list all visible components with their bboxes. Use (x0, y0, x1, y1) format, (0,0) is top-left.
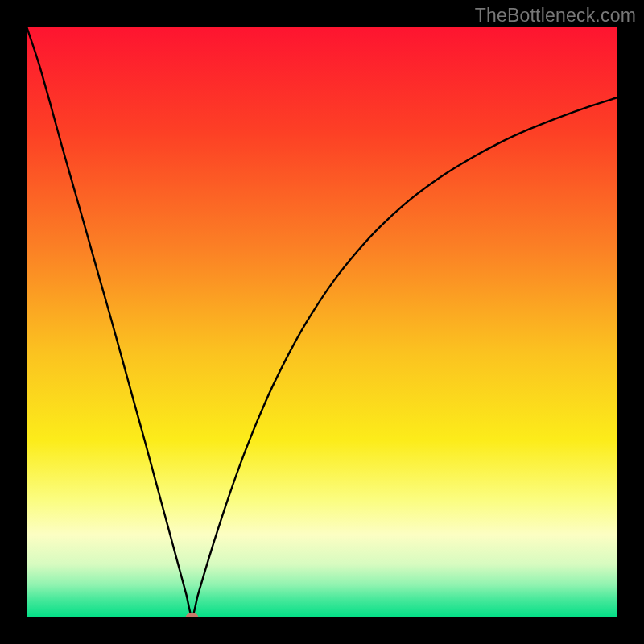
chart-background (27, 27, 617, 617)
chart-frame: TheBottleneck.com (0, 0, 644, 644)
chart-plot-area (27, 27, 617, 617)
chart-svg (27, 27, 617, 617)
watermark-text: TheBottleneck.com (475, 5, 636, 27)
